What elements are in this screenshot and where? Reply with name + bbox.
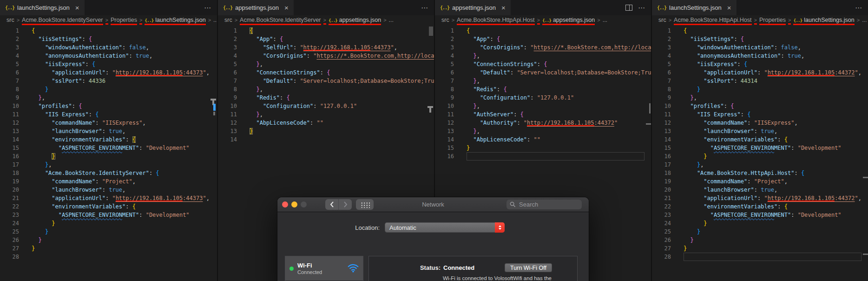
code-line[interactable]: 2 "iisSettings": { [0, 35, 217, 43]
code-line[interactable]: 16 } [0, 152, 217, 161]
breadcrumb-item[interactable]: Acme.BookStore.IdentityServer [240, 17, 321, 25]
code-line[interactable]: 5 }, [218, 60, 434, 68]
code-line[interactable]: 15 "ASPNETCORE_ENVIRONMENT": "Developmen… [0, 144, 217, 152]
forward-button[interactable] [339, 199, 352, 210]
breadcrumb-item[interactable]: ... [213, 17, 217, 25]
tab-close-icon[interactable]: × [72, 4, 79, 11]
breadcrumb-item[interactable]: Acme.BookStore.IdentityServer [22, 17, 103, 25]
breadcrumb-item[interactable]: Acme.BookStore.HttpApi.Host [457, 17, 534, 25]
code-line[interactable]: 4 "anonymousAuthentication": true, [652, 52, 868, 60]
more-actions-icon[interactable]: ⋯ [204, 4, 211, 11]
code-line[interactable]: 11 "IIS Express": { [0, 110, 217, 119]
code-line[interactable]: 1{ [652, 27, 868, 35]
code-line[interactable]: 4 "CorsOrigins": "https://*.BookStore.co… [218, 52, 434, 60]
minimize-button[interactable] [291, 201, 297, 207]
breadcrumb-item[interactable]: Acme.BookStore.HttpApi.Host [674, 17, 751, 25]
code-line[interactable]: 14 "environmentVariables": { [0, 135, 217, 144]
code-line[interactable]: 28 [0, 253, 217, 261]
tab-appsettings.json[interactable]: {..}appsettings.json× [218, 0, 294, 15]
code-line[interactable]: 17 }, [0, 161, 217, 169]
code-line[interactable]: 7 "sslPort": 44314 [652, 77, 868, 85]
breadcrumb-item[interactable]: Properties [111, 17, 137, 25]
code-line[interactable]: 25 } [652, 227, 868, 236]
window-titlebar[interactable]: Network [277, 197, 589, 212]
location-select[interactable]: Automatic [385, 222, 505, 233]
breadcrumb-item[interactable]: src [7, 17, 14, 25]
code-line[interactable]: 6 "applicationUrl": "http://192.168.1.10… [0, 68, 217, 77]
tab-appsettings.json[interactable]: {..}appsettings.json× [435, 0, 511, 15]
code-line[interactable]: 2 "iisSettings": { [652, 35, 868, 43]
tab-launchSettings.json[interactable]: {..}launchSettings.json× [0, 0, 85, 15]
breadcrumb-item[interactable]: src [658, 17, 666, 25]
code-line[interactable]: 12 "commandName": "IISExpress", [652, 119, 868, 127]
code-line[interactable]: 12 "AbpLicenseCode": "" [218, 119, 434, 127]
code-line[interactable]: 1{ [435, 27, 651, 35]
code-line[interactable]: 28 [652, 253, 868, 261]
code-line[interactable]: 10 "profiles": { [652, 102, 868, 110]
code-line[interactable]: 3 "windowsAuthentication": false, [652, 43, 868, 52]
tab-close-icon[interactable]: × [282, 4, 289, 11]
code-line[interactable]: 26 } [652, 236, 868, 244]
code-line[interactable]: 27} [0, 244, 217, 253]
code-line[interactable]: 23 "ASPNETCORE_ENVIRONMENT": "Developmen… [652, 211, 868, 219]
code-line[interactable]: 18 "Acme.BookStore.HttpApi.Host": { [652, 169, 868, 177]
back-button[interactable] [325, 199, 339, 210]
code-line[interactable]: 19 "commandName": "Project", [652, 177, 868, 186]
search-input[interactable] [518, 201, 571, 208]
code-line[interactable]: 8 "Redis": { [435, 85, 651, 94]
split-editor-icon[interactable] [625, 5, 632, 11]
breadcrumb-item[interactable]: src [441, 17, 449, 25]
breadcrumb-item[interactable]: {..}appsettings.json [542, 17, 595, 25]
turn-wifi-off-button[interactable]: Turn Wi-Fi Off [505, 263, 552, 272]
code-line[interactable]: 12 "Authority": "http://192.168.1.105:44… [435, 119, 651, 127]
zoom-button[interactable] [301, 201, 307, 207]
code-line[interactable]: 11 "AuthServer": { [435, 110, 651, 119]
code-line[interactable]: 9 "Redis": { [218, 94, 434, 102]
code-line[interactable]: 13} [218, 127, 434, 135]
code-line[interactable]: 9 }, [652, 94, 868, 102]
tab-launchSettings.json[interactable]: {..}launchSettings.json× [652, 0, 736, 15]
code-line[interactable]: 4 }, [435, 52, 651, 60]
breadcrumb[interactable]: src>Acme.BookStore.HttpApi.Host>Properti… [652, 15, 868, 27]
breadcrumb-item[interactable]: {..}appsettings.json [329, 17, 381, 25]
code-line[interactable]: 17 }, [652, 161, 868, 169]
code-line[interactable]: 21 "applicationUrl": "http://192.168.1.1… [0, 194, 217, 202]
code-line[interactable]: 9 }, [0, 94, 217, 102]
code-line[interactable]: 21 "applicationUrl": "http://192.168.1.1… [652, 194, 868, 202]
code-line[interactable]: 15} [435, 144, 651, 152]
code-line[interactable]: 20 "launchBrowser": true, [0, 186, 217, 194]
more-actions-icon[interactable]: ⋯ [855, 4, 862, 11]
breadcrumb-item[interactable]: {..}launchSettings.json [793, 17, 854, 25]
code-line[interactable]: 6 "ConnectionStrings": { [218, 68, 434, 77]
code-line[interactable]: 13 }, [435, 127, 651, 135]
code-line[interactable]: 5 "iisExpress": { [652, 60, 868, 68]
code-line[interactable]: 3 "SelfUrl": "http://192.168.1.105:44373… [218, 43, 434, 52]
tab-close-icon[interactable]: × [724, 4, 731, 11]
code-line[interactable]: 7 "Default": "Server=localhost;Database=… [218, 77, 434, 85]
code-line[interactable]: 6 "applicationUrl": "http://192.168.1.10… [652, 68, 868, 77]
code-line[interactable]: 23 "ASPNETCORE_ENVIRONMENT": "Developmen… [0, 211, 217, 219]
code-line[interactable]: 22 "environmentVariables": { [0, 202, 217, 211]
code-line[interactable]: 20 "launchBrowser": true, [652, 186, 868, 194]
code-line[interactable]: 1{ [0, 27, 217, 35]
breadcrumb[interactable]: src>Acme.BookStore.IdentityServer>{..}ap… [218, 15, 434, 27]
code-line[interactable]: 16 } [652, 152, 868, 161]
code-line[interactable]: 8 } [652, 85, 868, 94]
code-line[interactable]: 1{ [218, 27, 434, 35]
code-line[interactable]: 11 }, [218, 110, 434, 119]
code-line[interactable]: 26 } [0, 236, 217, 244]
code-line[interactable]: 2 "App": { [218, 35, 434, 43]
close-button[interactable] [282, 201, 288, 207]
code-line[interactable]: 13 "launchBrowser": true, [652, 127, 868, 135]
service-item-wi-fi[interactable]: Wi-FiConnected [285, 256, 363, 281]
code-line[interactable]: 5 "iisExpress": { [0, 60, 217, 68]
code-line[interactable]: 8 } [0, 85, 217, 94]
code-line[interactable]: 18 "Acme.BookStore.IdentityServer": { [0, 169, 217, 177]
breadcrumb-item[interactable]: {..}launchSettings.json [145, 17, 205, 25]
code-line[interactable]: 7 "sslPort": 44336 [0, 77, 217, 85]
breadcrumb-item[interactable]: ... [389, 17, 394, 25]
code-line[interactable]: 22 "environmentVariables": { [652, 202, 868, 211]
code-line[interactable]: 19 "commandName": "Project", [0, 177, 217, 186]
breadcrumb[interactable]: src>Acme.BookStore.HttpApi.Host>{..}apps… [435, 15, 651, 27]
breadcrumb-item[interactable]: ... [603, 17, 607, 25]
